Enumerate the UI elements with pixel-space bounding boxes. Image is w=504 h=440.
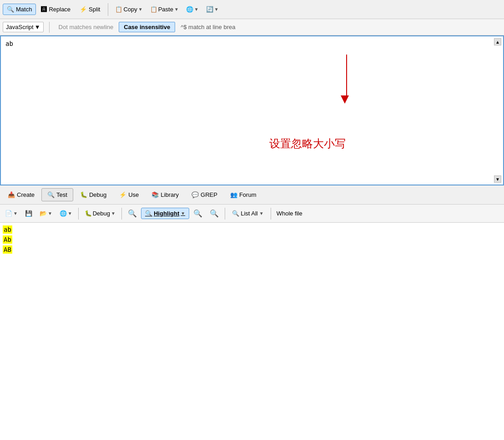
open-dropdown[interactable]: 📂 ▼ — [36, 208, 55, 219]
arrow-shaft — [346, 55, 347, 95]
replace-icon: 🅰 — [41, 6, 47, 13]
copy-icon: 📋 — [115, 6, 122, 13]
text-editor-content: ab Ab AB — [0, 223, 504, 256]
grep-label: GREP — [201, 191, 217, 198]
regex-content[interactable]: ab — [1, 36, 503, 51]
use-icon: ⚡ — [119, 191, 126, 198]
nav-forward-icon: 🔄 — [206, 6, 213, 13]
library-label: Library — [161, 191, 179, 198]
third-toolbar-sep-3 — [225, 208, 225, 220]
third-toolbar: 📄 ▼ 💾 📂 ▼ 🌐 ▼ 🐛 Debug ▼ 🔍 🔍 Highlight ▼ … — [0, 205, 504, 223]
case-insensitive-button[interactable]: Case insensitive — [119, 22, 175, 32]
text-line-1: ab — [3, 225, 501, 235]
list-all-icon: 🔍 — [232, 210, 239, 217]
copy-label: Copy — [123, 6, 137, 13]
list-all-label: List All — [241, 210, 258, 217]
new-file-dropdown[interactable]: 📄 ▼ — [2, 208, 21, 219]
highlight-dropdown[interactable]: 🔍 Highlight ▼ — [141, 208, 189, 219]
nav-back-arrow: ▼ — [194, 7, 199, 12]
nav-forward-arrow: ▼ — [214, 7, 219, 12]
zoom-out-icon: 🔍 — [128, 210, 137, 217]
new-file-arrow: ▼ — [13, 211, 18, 216]
scroll-down-button[interactable]: ▼ — [494, 175, 501, 183]
match-label: Match — [16, 6, 32, 13]
library-tab[interactable]: 📚 Library — [146, 188, 185, 201]
case-insensitive-label: Case insensitive — [124, 24, 170, 30]
scroll-up-button[interactable]: ▲ — [494, 38, 501, 45]
split-button[interactable]: ⚡ Split — [76, 4, 104, 15]
nav-forward-dropdown[interactable]: 🔄 ▼ — [203, 4, 222, 15]
create-icon: 📥 — [8, 191, 15, 198]
arrow-head — [341, 95, 349, 104]
create-tab[interactable]: 📥 Create — [2, 188, 40, 201]
forum-tab[interactable]: 👥 Forum — [224, 188, 262, 201]
dot-matches-newline-label: Dot matches newline — [55, 23, 117, 31]
debug-icon: 🐛 — [80, 191, 87, 198]
text-line-2: Ab — [3, 235, 501, 245]
search-icon: 🔍 — [7, 6, 14, 13]
language-value: JavaScript — [6, 24, 34, 30]
copy-dropdown[interactable]: 📋 Copy ▼ — [112, 4, 146, 15]
replace-button[interactable]: 🅰 Replace — [37, 4, 75, 15]
zoom-reset-icon: 🔍 — [210, 210, 219, 217]
forum-label: Forum — [239, 191, 257, 198]
highlight-icon: 🔍 — [145, 210, 152, 217]
zoom-in-icon: 🔍 — [193, 210, 202, 217]
open-arrow: ▼ — [48, 211, 52, 216]
new-file-icon: 📄 — [5, 210, 12, 217]
annotation-text: 设置忽略大小写 — [269, 137, 346, 150]
annotation-arrow-container — [344, 55, 349, 104]
debug-tab[interactable]: 🐛 Debug — [74, 188, 112, 201]
paste-dropdown[interactable]: 📋 Paste ▼ — [147, 4, 182, 15]
match-button[interactable]: 🔍 Match — [3, 4, 36, 15]
split-icon: ⚡ — [80, 6, 87, 13]
text-line-3: AB — [3, 245, 501, 255]
third-toolbar-sep-1 — [78, 208, 79, 220]
copy-dropdown-arrow: ▼ — [138, 7, 143, 12]
debug-label: Debug — [89, 191, 106, 198]
save-button[interactable]: 💾 — [22, 208, 35, 219]
debug-icon-third: 🐛 — [85, 210, 92, 217]
nav-back-dropdown[interactable]: 🌐 ▼ — [183, 4, 202, 15]
grep-tab[interactable]: 💬 GREP — [186, 188, 223, 201]
test-label: Test — [56, 191, 67, 198]
top-toolbar: 🔍 Match 🅰 Replace ⚡ Split 📋 Copy ▼ 📋 Pas… — [0, 0, 504, 19]
lang-dropdown-arrow: ▼ — [35, 24, 40, 30]
create-label: Create — [17, 191, 35, 198]
toolbar-sep-1 — [108, 3, 108, 16]
zoom-out-button[interactable]: 🔍 — [125, 207, 140, 220]
highlight-arrow: ▼ — [181, 211, 185, 216]
web-dropdown[interactable]: 🌐 ▼ — [56, 208, 76, 219]
use-tab[interactable]: ⚡ Use — [113, 188, 145, 201]
paste-dropdown-arrow: ▼ — [174, 7, 179, 12]
list-all-arrow: ▼ — [259, 211, 264, 216]
zoom-in-button[interactable]: 🔍 — [190, 207, 206, 220]
options-sep-1 — [49, 22, 50, 33]
text-editor[interactable]: ab Ab AB — [0, 223, 504, 440]
language-selector[interactable]: JavaScript ▼ — [3, 22, 44, 32]
debug-label-third: Debug — [93, 210, 110, 217]
whole-file-label: Whole file — [274, 210, 305, 217]
paste-icon: 📋 — [150, 6, 157, 13]
list-all-dropdown[interactable]: 🔍 List All ▼ — [228, 208, 267, 219]
library-icon: 📚 — [151, 191, 159, 198]
paste-label: Paste — [158, 6, 173, 13]
text-match-3: AB — [3, 245, 12, 254]
highlight-label: Highlight — [154, 210, 179, 217]
grep-icon: 💬 — [192, 191, 199, 198]
forum-icon: 👥 — [230, 191, 237, 198]
multiline-label: ^$ match at line brea — [177, 23, 239, 31]
web-arrow: ▼ — [68, 211, 72, 216]
nav-back-icon: 🌐 — [186, 6, 193, 13]
regex-editor: ab 设置忽略大小写 ▲ ▼ — [0, 35, 504, 185]
web-icon: 🌐 — [60, 210, 67, 217]
test-icon: 🔍 — [47, 191, 55, 198]
debug-dropdown-third[interactable]: 🐛 Debug ▼ — [81, 208, 119, 219]
use-label: Use — [128, 191, 139, 198]
save-icon: 💾 — [25, 210, 32, 217]
options-bar: JavaScript ▼ Dot matches newline Case in… — [0, 19, 504, 35]
debug-arrow-third: ▼ — [111, 211, 116, 216]
text-match-1: ab — [3, 225, 12, 234]
zoom-reset-button[interactable]: 🔍 — [207, 207, 222, 220]
test-tab[interactable]: 🔍 Test — [41, 188, 73, 201]
